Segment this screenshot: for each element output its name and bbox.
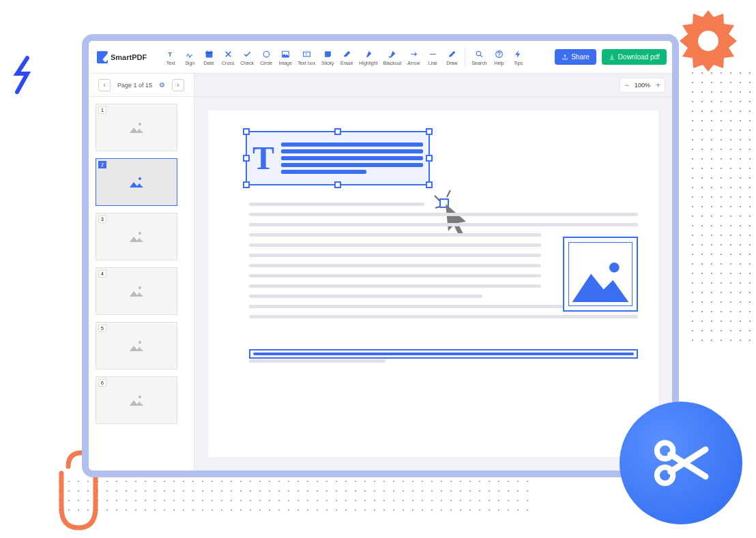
image-placeholder[interactable]	[563, 237, 638, 312]
line-icon	[428, 49, 437, 60]
svg-rect-2	[205, 52, 212, 54]
page-thumbnail-2[interactable]: 2	[96, 158, 177, 206]
svg-point-22	[609, 263, 620, 273]
app-window: SmartPDF T Text Sign Date Cross Check Ci…	[82, 34, 679, 477]
tool-help[interactable]: Help	[491, 48, 508, 67]
resize-handle-br[interactable]	[426, 181, 433, 188]
tool-circle[interactable]: Circle	[257, 48, 275, 67]
sub-toolbar: ‹ Page 1 of 15 ⚙ › − 100% +	[89, 74, 672, 97]
selected-line-element[interactable]	[249, 349, 638, 359]
svg-text:T: T	[305, 53, 308, 57]
tool-cross[interactable]: Cross	[219, 48, 237, 67]
resize-handle-mr[interactable]	[426, 155, 433, 162]
resize-handle-tl[interactable]	[243, 128, 250, 135]
blackout-icon	[388, 49, 396, 60]
page-indicator: Page 1 of 15	[117, 82, 152, 89]
text-icon: T	[166, 49, 175, 60]
search-icon	[475, 49, 484, 60]
highlight-icon	[364, 49, 373, 60]
thumb-placeholder-icon	[128, 121, 145, 134]
image-icon	[281, 49, 290, 60]
svg-rect-9	[389, 57, 392, 58]
textbox-icon: T	[302, 49, 311, 60]
svg-point-14	[139, 232, 141, 235]
tool-date[interactable]: Date	[200, 48, 218, 67]
tool-line[interactable]: Line	[424, 48, 441, 67]
prev-page-button[interactable]: ‹	[98, 79, 111, 91]
document-page[interactable]: T	[208, 110, 658, 457]
decorative-dots-bottom	[55, 477, 532, 511]
zoom-value: 100%	[635, 82, 650, 89]
resize-handle-bl[interactable]	[243, 181, 250, 188]
zoom-out-button[interactable]: −	[624, 80, 629, 90]
zoom-control: − 100% +	[620, 78, 665, 93]
tool-image[interactable]: Image	[276, 48, 294, 67]
svg-point-13	[139, 177, 141, 180]
tool-sticky[interactable]: Sticky	[319, 48, 336, 67]
zoom-in-button[interactable]: +	[656, 80, 660, 90]
thumb-placeholder-icon	[128, 393, 145, 407]
sign-icon	[186, 49, 194, 60]
tips-icon	[514, 49, 523, 60]
share-button[interactable]: Share	[555, 49, 596, 65]
toolbar-divider	[465, 48, 465, 67]
scissors-badge	[620, 402, 742, 524]
bolt-decoration-icon	[7, 55, 41, 95]
tool-draw[interactable]: Draw	[443, 48, 461, 67]
tool-textbox[interactable]: T Text box	[295, 48, 317, 67]
pencil-icon	[448, 49, 456, 60]
resize-handle-ml[interactable]	[243, 155, 250, 162]
tool-blackout[interactable]: Blackout	[381, 48, 404, 67]
arrow-icon	[409, 49, 418, 60]
logo-icon	[97, 51, 108, 63]
selected-text-box[interactable]: T	[246, 131, 430, 185]
tool-search[interactable]: Search	[469, 48, 489, 67]
page-thumbnail-6[interactable]: 6	[96, 376, 177, 424]
thumb-placeholder-icon	[128, 230, 145, 243]
thumbnails-panel: 1 2 3 4 5 6	[89, 97, 194, 470]
text-box-lines	[281, 140, 423, 177]
svg-point-12	[139, 123, 141, 125]
cross-icon	[224, 49, 233, 60]
page-thumbnail-5[interactable]: 5	[96, 322, 177, 370]
svg-text:T: T	[168, 50, 172, 58]
page-navigation: ‹ Page 1 of 15 ⚙ ›	[89, 74, 194, 96]
tool-arrow[interactable]: Arrow	[405, 48, 422, 67]
calendar-icon	[205, 49, 214, 60]
tool-highlight[interactable]: Highlight	[357, 48, 379, 67]
svg-point-17	[139, 395, 141, 398]
next-page-button[interactable]: ›	[172, 79, 184, 91]
tool-erase[interactable]: Erase	[338, 48, 355, 67]
svg-point-15	[139, 286, 141, 289]
svg-point-16	[139, 341, 141, 344]
resize-handle-tm[interactable]	[334, 128, 341, 135]
page-thumbnail-4[interactable]: 4	[96, 267, 177, 315]
erase-icon	[343, 49, 351, 60]
page-thumbnail-3[interactable]: 3	[96, 213, 177, 260]
gear-decoration-icon	[674, 7, 742, 75]
app-logo[interactable]: SmartPDF	[97, 51, 147, 63]
sticky-icon	[323, 49, 332, 60]
content-area: 1 2 3 4 5 6	[89, 97, 672, 470]
share-icon	[562, 54, 568, 61]
canvas: T	[194, 97, 672, 470]
svg-point-5	[263, 51, 270, 57]
thumb-placeholder-icon	[128, 175, 145, 189]
main-toolbar: SmartPDF T Text Sign Date Cross Check Ci…	[89, 41, 672, 74]
tool-sign[interactable]: Sign	[181, 48, 199, 67]
tool-text[interactable]: T Text	[162, 48, 179, 67]
svg-rect-3	[207, 50, 207, 53]
page-settings-icon[interactable]: ⚙	[159, 81, 165, 89]
thumb-placeholder-icon	[128, 339, 145, 353]
tool-check[interactable]: Check	[238, 48, 256, 67]
circle-icon	[262, 49, 271, 60]
download-icon	[609, 54, 615, 61]
scissors-icon	[650, 432, 712, 494]
svg-point-10	[476, 51, 481, 56]
tool-tips[interactable]: Tips	[510, 48, 527, 67]
help-icon	[495, 49, 504, 60]
page-thumbnail-1[interactable]: 1	[96, 104, 177, 151]
resize-handle-bm[interactable]	[334, 181, 341, 188]
resize-handle-tr[interactable]	[426, 128, 433, 135]
download-button[interactable]: Download pdf	[602, 49, 667, 65]
